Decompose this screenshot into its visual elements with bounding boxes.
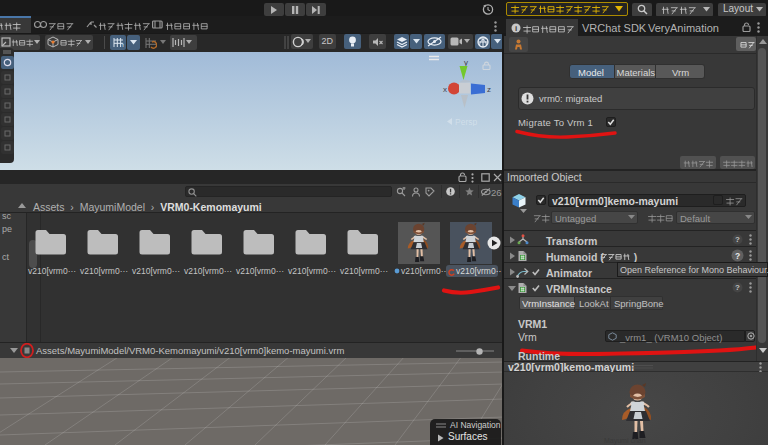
svg-text:Persp: Persp: [455, 117, 477, 126]
svg-text:Y: Y: [121, 42, 124, 48]
svg-text:?: ?: [735, 283, 740, 292]
svg-text:i: i: [515, 24, 517, 33]
svg-text:z: z: [487, 85, 491, 94]
svg-text:x: x: [443, 85, 447, 94]
svg-text:?: ?: [735, 235, 740, 244]
svg-text:y: y: [464, 58, 468, 67]
svg-text:?: ?: [735, 251, 740, 261]
